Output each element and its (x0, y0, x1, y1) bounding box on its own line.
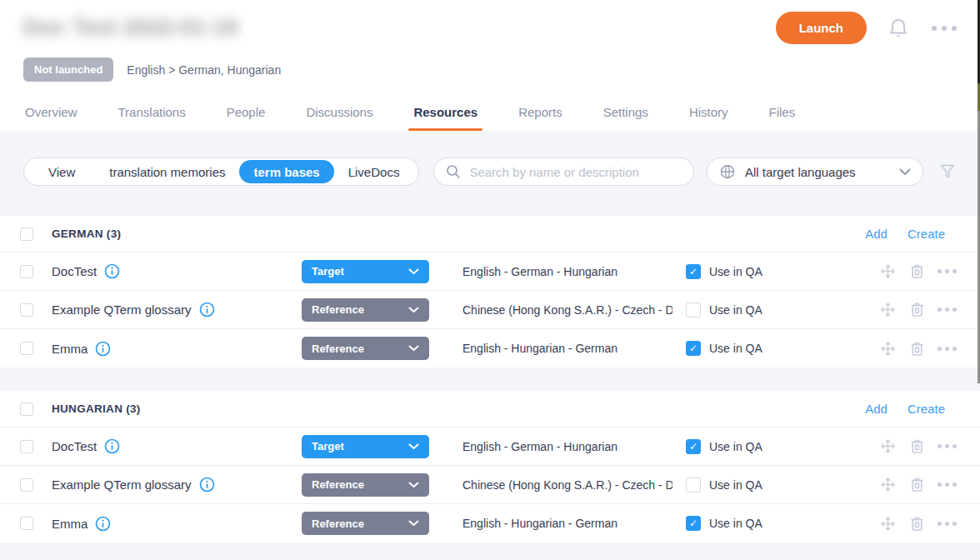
delete-trash-icon[interactable] (909, 301, 925, 318)
create-link[interactable]: Create (908, 227, 945, 241)
app-header: Doc Test 2022-01-19 Launch Not launched … (0, 0, 980, 131)
section-gap (0, 368, 980, 391)
section-german: GERMAN (3) Add Create DocTest Target Eng… (0, 216, 980, 368)
use-in-qa-label: Use in QA (709, 303, 762, 317)
target-language-dropdown[interactable]: All target languages (707, 158, 923, 186)
tab-people[interactable]: People (225, 98, 268, 131)
tab-settings[interactable]: Settings (602, 98, 650, 131)
table-row: DocTest Target English - German - Hungar… (0, 252, 980, 291)
role-dropdown[interactable]: Reference (302, 512, 429, 535)
move-icon[interactable] (879, 476, 897, 493)
info-icon[interactable] (95, 516, 111, 532)
row-checkbox[interactable] (20, 342, 33, 355)
row-checkbox[interactable] (20, 265, 33, 278)
chevron-down-icon (408, 268, 419, 275)
delete-trash-icon[interactable] (909, 476, 925, 493)
row-more-options-icon[interactable] (938, 347, 957, 351)
filter-bar: View translation memories term bases Liv… (0, 131, 980, 216)
language-list: Chinese (Hong Kong S.A.R.) - Czech - Du.… (462, 478, 672, 492)
info-icon[interactable] (199, 477, 215, 492)
row-checkbox[interactable] (20, 440, 33, 453)
language-list: English - German - Hungarian (462, 265, 672, 278)
info-icon[interactable] (95, 341, 111, 357)
tab-discussions[interactable]: Discussions (304, 98, 374, 131)
move-icon[interactable] (879, 438, 897, 455)
role-dropdown[interactable]: Reference (302, 298, 429, 322)
tab-history[interactable]: History (688, 98, 730, 131)
role-dropdown[interactable]: Reference (302, 337, 429, 360)
use-in-qa-label: Use in QA (709, 478, 762, 492)
role-dropdown[interactable]: Reference (302, 473, 429, 497)
delete-trash-icon[interactable] (909, 340, 925, 358)
tab-translations[interactable]: Translations (117, 98, 188, 131)
tab-reports[interactable]: Reports (517, 98, 564, 131)
table-row: DocTest Target English - German - Hungar… (0, 428, 980, 466)
resource-name[interactable]: DocTest (52, 439, 97, 453)
tab-overview[interactable]: Overview (23, 98, 79, 131)
delete-trash-icon[interactable] (909, 515, 925, 532)
delete-trash-icon[interactable] (909, 262, 925, 280)
table-row: Emma Reference English - Hungarian - Ger… (0, 504, 980, 542)
resource-name[interactable]: Emma (52, 342, 88, 356)
delete-trash-icon[interactable] (909, 438, 925, 455)
row-checkbox[interactable] (20, 303, 33, 317)
more-options-icon[interactable] (932, 26, 957, 31)
move-icon[interactable] (879, 262, 897, 280)
section-title: GERMAN (3) (52, 228, 121, 240)
chevron-down-icon (408, 345, 419, 352)
resource-name[interactable]: Example QTerm glossary (52, 302, 192, 317)
use-in-qa-checkbox[interactable] (686, 302, 701, 318)
select-all-checkbox[interactable] (20, 402, 33, 416)
use-in-qa-checkbox[interactable] (686, 516, 701, 531)
section-hungarian: HUNGARIAN (3) Add Create DocTest Target … (0, 391, 980, 542)
select-all-checkbox[interactable] (20, 228, 33, 241)
add-link[interactable]: Add (865, 227, 888, 241)
use-in-qa-label: Use in QA (709, 342, 762, 355)
add-link[interactable]: Add (865, 402, 888, 416)
move-icon[interactable] (879, 340, 897, 358)
row-more-options-icon[interactable] (938, 444, 957, 448)
search-input[interactable] (469, 165, 682, 179)
option-term-bases[interactable]: term bases (239, 160, 333, 183)
row-more-options-icon[interactable] (938, 308, 957, 312)
launch-button[interactable]: Launch (776, 12, 867, 44)
role-dropdown[interactable]: Target (302, 260, 429, 283)
row-more-options-icon[interactable] (938, 269, 957, 273)
filter-funnel-icon[interactable] (938, 162, 957, 181)
tab-files[interactable]: Files (768, 98, 798, 131)
resource-name[interactable]: DocTest (52, 264, 97, 278)
section-title: HUNGARIAN (3) (52, 402, 141, 415)
resource-name[interactable]: Example QTerm glossary (52, 478, 192, 492)
use-in-qa-checkbox[interactable] (686, 478, 701, 492)
chevron-down-icon (408, 443, 419, 450)
create-link[interactable]: Create (908, 402, 945, 416)
use-in-qa-label: Use in QA (709, 265, 762, 278)
notifications-bell-icon[interactable] (888, 17, 910, 40)
move-icon[interactable] (879, 301, 897, 318)
move-icon[interactable] (879, 515, 897, 532)
role-dropdown[interactable]: Target (302, 435, 429, 458)
resource-name[interactable]: Emma (52, 517, 88, 531)
target-language-value: All target languages (745, 165, 890, 179)
table-row: Emma Reference English - Hungarian - Ger… (0, 329, 980, 368)
row-more-options-icon[interactable] (938, 482, 957, 487)
info-icon[interactable] (104, 438, 120, 454)
use-in-qa-label: Use in QA (709, 440, 762, 453)
option-livedocs[interactable]: LiveDocs (334, 165, 414, 179)
row-checkbox[interactable] (20, 517, 33, 530)
use-in-qa-checkbox[interactable] (686, 264, 701, 279)
tab-resources[interactable]: Resources (412, 98, 479, 131)
view-label: View (24, 165, 95, 179)
row-more-options-icon[interactable] (938, 522, 957, 526)
info-icon[interactable] (104, 263, 120, 279)
project-title-blurred: Doc Test 2022-01-19 (23, 15, 238, 41)
info-icon[interactable] (199, 302, 215, 318)
search-box (433, 158, 694, 186)
row-checkbox[interactable] (20, 478, 33, 492)
use-in-qa-checkbox[interactable] (686, 341, 701, 356)
chevron-down-icon (899, 168, 911, 176)
use-in-qa-checkbox[interactable] (686, 439, 701, 454)
option-translation-memories[interactable]: translation memories (95, 165, 239, 179)
chevron-down-icon (408, 307, 419, 313)
table-row: Example QTerm glossary Reference Chinese… (0, 466, 980, 504)
